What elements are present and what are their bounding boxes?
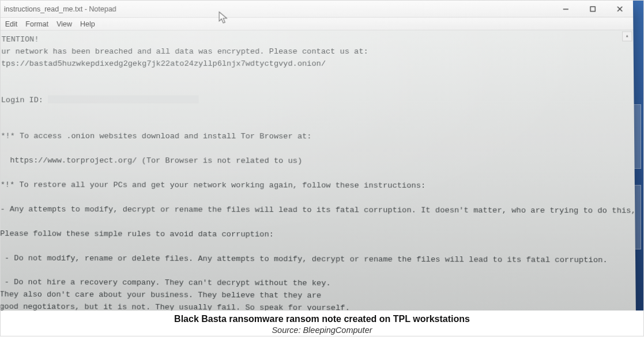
note-line: Please follow these simple rules to avoi…: [1, 229, 274, 239]
note-line: ur network has been breached and all dat…: [1, 47, 368, 56]
minimize-icon: [562, 6, 568, 12]
close-icon: [616, 6, 623, 12]
article-figure: instructions_read_me.txt - Notepad Edit …: [0, 0, 644, 336]
menu-view[interactable]: View: [57, 20, 72, 28]
note-line: *!* To access .onion websites download a…: [1, 132, 311, 141]
svg-rect-0: [563, 9, 568, 9]
caption-source: Source: BleepingComputer: [3, 325, 641, 335]
note-line: - Do not modify, rename or delete files.…: [1, 253, 608, 264]
notepad-text-area[interactable]: ▴TENTION! ur network has been breached a…: [1, 31, 636, 311]
note-line: TENTION!: [1, 35, 39, 44]
note-line: *!* To restore all your PCs and get your…: [1, 180, 425, 190]
note-line: - Do not hire a recovery company. They c…: [1, 278, 331, 287]
menu-edit[interactable]: Edit: [5, 20, 18, 28]
svg-rect-1: [590, 6, 595, 11]
close-button[interactable]: [606, 1, 633, 17]
note-line: good negotiators, but it is not. They us…: [1, 302, 350, 311]
note-line: They also don't care about your business…: [1, 290, 321, 300]
window-title: instructions_read_me.txt - Notepad: [4, 5, 116, 13]
scrollbar-up-button[interactable]: ▴: [622, 32, 632, 41]
notepad-window: instructions_read_me.txt - Notepad Edit …: [1, 1, 636, 311]
note-line: - Any attempts to modify, decrypt or ren…: [1, 205, 636, 215]
maximize-button[interactable]: [579, 1, 606, 17]
figure-caption: Black Basta ransomware ransom note creat…: [1, 311, 643, 336]
minimize-button[interactable]: [552, 1, 579, 17]
window-controls: [552, 1, 633, 17]
screenshot-photo: instructions_read_me.txt - Notepad Edit …: [1, 1, 643, 311]
maximize-icon: [589, 6, 596, 12]
caption-title: Black Basta ransomware ransom note creat…: [3, 314, 641, 324]
menu-format[interactable]: Format: [25, 20, 48, 28]
note-line: https://www.torproject.org/ (Tor Browser…: [1, 156, 302, 165]
redacted-login-id: [48, 95, 199, 103]
titlebar[interactable]: instructions_read_me.txt - Notepad: [1, 1, 633, 18]
note-login-label: Login ID:: [1, 96, 43, 104]
menu-help[interactable]: Help: [80, 20, 95, 28]
note-line: tps://bastad5huzwkepdixedg2gekg7jk22ato2…: [1, 59, 326, 68]
menu-bar: Edit Format View Help: [1, 17, 633, 31]
